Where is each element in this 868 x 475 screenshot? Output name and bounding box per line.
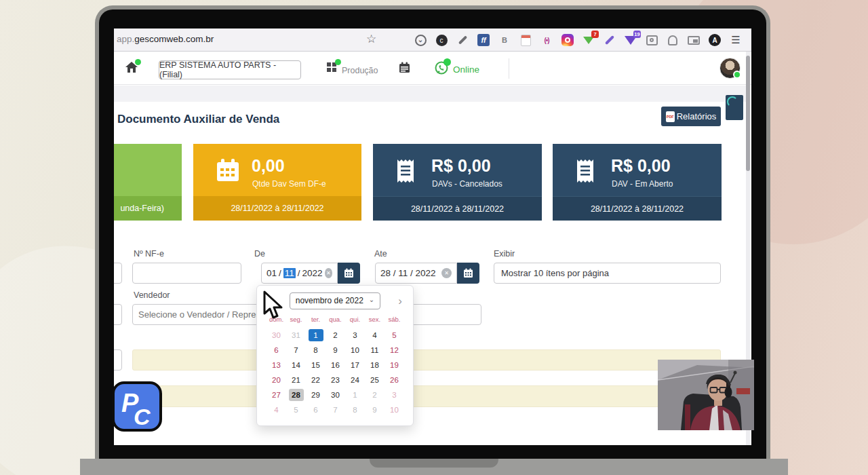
calendar-day[interactable]: 31 (289, 329, 304, 341)
calendar-day[interactable]: 5 (387, 329, 402, 341)
calendar-day[interactable]: 30 (269, 329, 284, 341)
receipt-icon (395, 157, 418, 187)
calendar-day[interactable]: 25 (368, 374, 382, 386)
calendar-day[interactable]: 6 (269, 344, 284, 356)
environment-status-dot (335, 59, 341, 65)
pen-icon[interactable] (603, 33, 616, 47)
calendar-day[interactable]: 13 (269, 359, 284, 371)
calendar-day[interactable]: 19 (387, 359, 402, 371)
calendar-day[interactable]: 6 (309, 404, 323, 416)
calendar-dow-label: ter. (311, 316, 320, 323)
calendar-day[interactable]: 7 (289, 344, 304, 356)
page-title: Documento Auxiliar de Venda (117, 113, 279, 126)
clipped-input[interactable] (114, 349, 122, 370)
calendar-day[interactable]: 23 (328, 374, 343, 386)
calendar-day[interactable]: 11 (368, 344, 382, 356)
month-dropdown[interactable]: novembro de 2022 ⌄ (290, 292, 380, 309)
adguard-icon[interactable]: A (708, 33, 722, 47)
items-per-page-select[interactable]: Mostrar 10 ítens por página (494, 263, 721, 284)
calendar-day[interactable]: 1 (309, 329, 323, 341)
de-calendar-button[interactable] (338, 263, 360, 284)
calendar-day[interactable]: 21 (289, 374, 304, 386)
calendar-day[interactable]: 8 (348, 404, 363, 416)
video-download-helper-icon[interactable]: 19 (624, 33, 637, 47)
calendar-day[interactable]: 3 (387, 389, 402, 401)
calendar-day[interactable]: 30 (328, 389, 343, 401)
facebook-icon[interactable]: ff (477, 33, 490, 47)
calendar-day[interactable]: 4 (269, 404, 284, 416)
calendar-dow-row: dom.seg.ter.qua.qui.sex.sáb. (267, 316, 404, 323)
reports-button[interactable]: PDF Relatórios (661, 107, 721, 126)
clear-de-icon[interactable]: ✕ (325, 268, 332, 278)
calendar-day[interactable]: 29 (309, 389, 323, 401)
calendar-day[interactable]: 17 (348, 359, 363, 371)
user-status-dot (733, 71, 741, 79)
whatsapp-icon[interactable] (434, 60, 449, 78)
calendar-day[interactable]: 5 (289, 404, 304, 416)
screenshot-camera-icon[interactable] (645, 33, 658, 47)
mouse-cursor (262, 290, 285, 323)
calendar-day[interactable]: 10 (387, 404, 402, 416)
clear-ate-icon[interactable]: ✕ (441, 268, 452, 278)
environment-grid-icon[interactable] (327, 62, 337, 73)
calendar-day[interactable]: 9 (328, 344, 343, 356)
selected-month-segment: 11 (283, 268, 296, 278)
eyedropper-icon[interactable] (456, 33, 469, 47)
company-selector[interactable]: ERP SISTEMA AUTO PARTS - (Filial) (159, 60, 301, 79)
instagram-icon[interactable] (561, 33, 574, 47)
calendar-day[interactable]: 10 (348, 344, 363, 356)
calendar-day[interactable]: 3 (348, 329, 363, 341)
calendar-day[interactable]: 1 (348, 389, 363, 401)
user-avatar[interactable] (719, 58, 741, 79)
calendar-day[interactable]: 12 (387, 344, 402, 356)
url-bar[interactable]: app.gescomweb.com.br (117, 34, 214, 44)
colorzilla-icon[interactable]: c (435, 33, 448, 47)
broadcast-icon[interactable]: (•) (540, 33, 553, 47)
calendar-day[interactable]: 28 (289, 389, 304, 401)
home-icon[interactable] (125, 61, 138, 76)
downloader-icon[interactable]: 7 (582, 33, 595, 47)
header-divider (509, 58, 509, 79)
calendar-day[interactable]: 2 (328, 329, 343, 341)
b-extension-icon[interactable]: B (498, 33, 511, 47)
next-month-icon[interactable]: › (398, 295, 402, 307)
calendar-day[interactable]: 15 (309, 359, 323, 371)
calendar-day[interactable]: 22 (309, 374, 323, 386)
calendar-day[interactable]: 24 (348, 374, 363, 386)
calendar-day[interactable]: 9 (368, 404, 382, 416)
calendar-day[interactable]: 7 (328, 404, 343, 416)
vdh-badge: 19 (633, 31, 641, 38)
calendar-day[interactable]: 16 (328, 359, 343, 371)
calendar-day[interactable]: 27 (269, 389, 284, 401)
calendar-day[interactable]: 14 (289, 359, 304, 371)
calendar-dow-label: sáb. (389, 316, 401, 323)
browser-window: app.gescomweb.com.br ☆ ⌄ c ff B (•) 7 19… (114, 28, 751, 445)
calendar-day[interactable]: 4 (368, 329, 382, 341)
pocket-icon[interactable]: ⌄ (414, 33, 427, 47)
whatsapp-status-dot (443, 58, 451, 66)
floating-side-widget[interactable] (726, 95, 743, 120)
month-label: novembro de 2022 (296, 296, 363, 305)
clipped-input[interactable] (114, 263, 122, 284)
nfe-input[interactable] (132, 263, 241, 284)
bookmark-star-icon[interactable]: ☆ (366, 32, 376, 46)
calendar-day[interactable]: 8 (309, 344, 323, 356)
ghost-icon[interactable] (666, 33, 679, 47)
picture-in-picture-icon[interactable] (687, 33, 701, 47)
menu-icon[interactable]: ☰ (729, 33, 743, 47)
content-top-band (114, 86, 746, 102)
ate-date-input[interactable]: 28 / 11 / 2022 ✕ (375, 263, 457, 284)
widget-arc-icon (727, 96, 738, 107)
calendar-header-icon[interactable] (399, 62, 410, 76)
calendar-day[interactable]: 26 (387, 374, 402, 386)
calendar-day[interactable]: 2 (368, 389, 382, 401)
ate-calendar-button[interactable] (457, 263, 479, 284)
card-davs-cancelados: R$ 0,00 DAVs - Cancelados 28/11/2022 à 2… (373, 144, 542, 221)
scrollbar-thumb[interactable] (746, 56, 750, 171)
calendar-day[interactable]: 20 (269, 374, 284, 386)
clipped-input[interactable] (114, 304, 122, 325)
pdf-icon: PDF (666, 111, 675, 122)
notes-page-icon[interactable] (519, 33, 532, 47)
calendar-day[interactable]: 18 (368, 359, 382, 371)
de-date-input[interactable]: 01/11/2022 ✕ (261, 263, 338, 284)
